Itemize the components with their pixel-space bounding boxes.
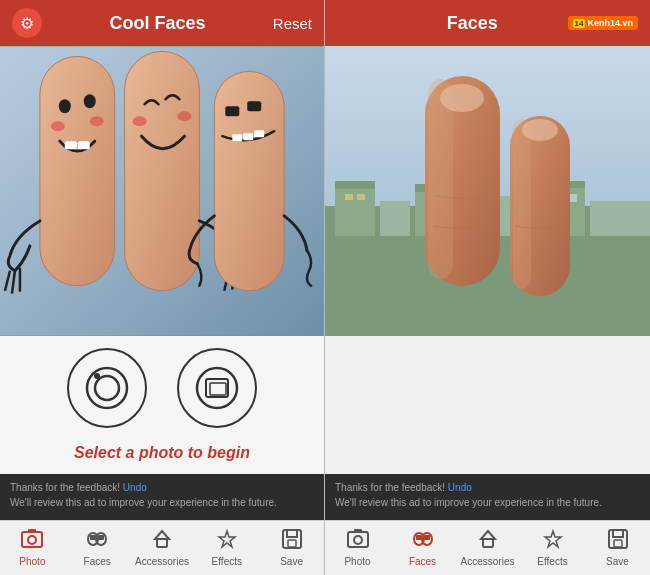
right-nav-effects-label: Effects: [537, 556, 567, 567]
right-nav-faces-label: Faces: [409, 556, 436, 567]
right-bottom-nav: Photo Faces Accessories Effects Save: [325, 520, 650, 575]
right-effects-icon: [542, 529, 564, 554]
reset-button[interactable]: Reset: [273, 15, 312, 32]
right-scene: [325, 46, 650, 336]
svg-rect-42: [335, 186, 375, 236]
left-title: Cool Faces: [42, 13, 273, 34]
svg-rect-47: [590, 201, 650, 236]
svg-rect-66: [354, 529, 362, 533]
svg-rect-20: [232, 134, 242, 141]
badge-text: Kenh14.vn: [587, 18, 633, 28]
svg-marker-71: [481, 531, 495, 539]
right-title: Faces: [377, 13, 568, 34]
right-nav-photo[interactable]: Photo: [325, 529, 390, 567]
ad-feedback-text: Thanks for the feedback!: [10, 482, 120, 493]
left-bottom-nav: Photo Faces Accessories Effects Save: [0, 520, 324, 575]
left-nav-faces-label: Faces: [84, 556, 111, 567]
kenh14-badge: 14 Kenh14.vn: [568, 16, 638, 30]
svg-rect-73: [609, 530, 627, 548]
left-nav-accessories[interactable]: Accessories: [130, 529, 195, 567]
svg-rect-31: [28, 529, 36, 533]
right-ad-feedback-text: Thanks for the feedback!: [335, 482, 445, 493]
left-nav-photo[interactable]: Photo: [0, 529, 65, 567]
right-bottom-area: [325, 336, 650, 474]
right-header: Faces 14 Kenh14.vn: [325, 0, 650, 46]
svg-point-62: [440, 84, 484, 112]
left-nav-photo-label: Photo: [19, 556, 45, 567]
left-header: ⚙ Cool Faces Reset: [0, 0, 324, 46]
left-nav-save[interactable]: Save: [259, 529, 324, 567]
svg-rect-43: [380, 201, 410, 236]
svg-point-4: [51, 121, 65, 131]
svg-rect-22: [254, 130, 264, 137]
badge-number: 14: [573, 19, 586, 28]
svg-point-13: [177, 111, 191, 121]
right-nav-effects[interactable]: Effects: [520, 529, 585, 567]
svg-rect-38: [283, 530, 301, 548]
svg-rect-21: [243, 133, 253, 140]
svg-rect-1: [40, 56, 115, 285]
left-nav-accessories-label: Accessories: [135, 556, 189, 567]
svg-rect-35: [98, 535, 104, 540]
svg-rect-18: [225, 106, 239, 116]
right-nav-save-label: Save: [606, 556, 629, 567]
right-nav-faces[interactable]: Faces: [390, 529, 455, 567]
right-ad-undo-link[interactable]: Undo: [448, 482, 472, 493]
gallery-button[interactable]: [177, 348, 257, 428]
svg-marker-36: [155, 531, 169, 539]
left-nav-faces[interactable]: Faces: [65, 529, 130, 567]
finger-scene: [0, 46, 324, 336]
right-nav-save[interactable]: Save: [585, 529, 650, 567]
right-faces-icon: [412, 529, 434, 554]
left-nav-effects-label: Effects: [212, 556, 242, 567]
svg-point-26: [197, 368, 237, 408]
svg-rect-37: [157, 539, 167, 547]
right-nav-photo-label: Photo: [344, 556, 370, 567]
right-image-area: [325, 46, 650, 336]
left-nav-effects[interactable]: Effects: [194, 529, 259, 567]
svg-rect-19: [247, 101, 261, 111]
svg-point-5: [90, 116, 104, 126]
left-ad-bar: Thanks for the feedback! Undo We'll revi…: [0, 474, 324, 520]
svg-rect-6: [65, 141, 77, 149]
svg-rect-69: [416, 535, 422, 540]
svg-rect-48: [335, 181, 375, 189]
right-save-icon: [607, 529, 629, 554]
left-nav-save-label: Save: [280, 556, 303, 567]
right-accessories-icon: [477, 529, 499, 554]
ad-review-text: We'll review this ad to improve your exp…: [10, 497, 277, 508]
right-ad-review-text: We'll review this ad to improve your exp…: [335, 497, 602, 508]
accessories-icon: [151, 529, 173, 554]
save-icon: [281, 529, 303, 554]
right-photo-icon: [347, 529, 369, 554]
svg-rect-70: [424, 535, 430, 540]
gear-icon[interactable]: ⚙: [12, 8, 42, 38]
right-nav-accessories-label: Accessories: [461, 556, 515, 567]
svg-point-65: [354, 536, 362, 544]
right-nav-accessories[interactable]: Accessories: [455, 529, 520, 567]
svg-rect-72: [483, 539, 493, 547]
left-panel: ⚙ Cool Faces Reset: [0, 0, 325, 575]
svg-rect-34: [90, 535, 96, 540]
svg-point-24: [95, 376, 119, 400]
svg-point-23: [87, 368, 127, 408]
effects-icon: [216, 529, 238, 554]
svg-point-30: [28, 536, 36, 544]
svg-rect-61: [513, 119, 531, 289]
svg-point-3: [84, 94, 96, 108]
svg-point-2: [59, 99, 71, 113]
svg-rect-51: [345, 194, 353, 200]
right-panel: Faces 14 Kenh14.vn: [325, 0, 650, 575]
svg-point-63: [522, 119, 558, 141]
svg-rect-52: [357, 194, 365, 200]
select-text: Select a photo to begin: [74, 444, 250, 462]
faces-icon: [86, 529, 108, 554]
right-ad-bar: Thanks for the feedback! Undo We'll revi…: [325, 474, 650, 520]
photo-icon: [21, 529, 43, 554]
camera-button[interactable]: [67, 348, 147, 428]
svg-point-25: [94, 373, 100, 379]
ad-undo-link[interactable]: Undo: [123, 482, 147, 493]
svg-rect-7: [78, 141, 90, 149]
icons-row: [67, 348, 257, 428]
svg-rect-74: [614, 540, 622, 547]
